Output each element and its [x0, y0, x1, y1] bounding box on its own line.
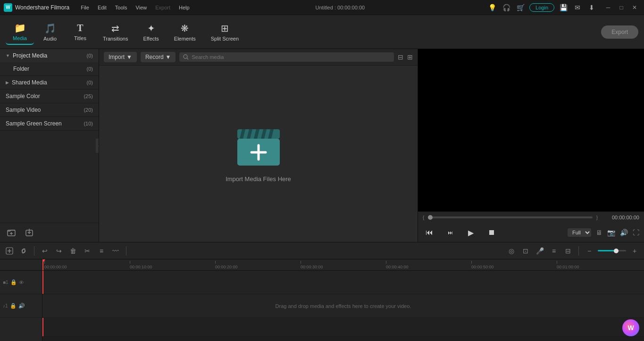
toolbar-item-audio[interactable]: 🎵 Audio: [36, 20, 64, 44]
sample-video-count: (20): [84, 107, 93, 113]
adjust-button[interactable]: ≡: [96, 245, 107, 257]
sidebar-section-sample-green: Sample Green Screen (10): [0, 117, 99, 131]
sidebar-item-sample-green-screen[interactable]: Sample Green Screen (10): [0, 117, 99, 130]
import-button[interactable]: Import ▼: [104, 52, 137, 62]
menu-help[interactable]: Help: [175, 3, 193, 12]
login-button[interactable]: Login: [529, 3, 554, 12]
ruler-playhead-triangle: [42, 259, 45, 263]
step-back-button[interactable]: ⏭: [443, 226, 457, 239]
add-track-button[interactable]: [4, 245, 15, 257]
zoom-out-button[interactable]: −: [584, 245, 595, 257]
track-playhead-line-audio1: [42, 318, 43, 336]
maximize-button[interactable]: □: [616, 2, 627, 13]
play-button[interactable]: ▶: [464, 226, 477, 239]
toolbar-item-elements[interactable]: ❋ Elements: [167, 20, 202, 44]
crop-button[interactable]: ⊡: [520, 245, 531, 257]
mail-icon[interactable]: ✉: [572, 2, 583, 13]
audio-wave-button[interactable]: 〰: [110, 245, 121, 257]
minimize-button[interactable]: ─: [602, 2, 614, 13]
import-label: Import: [109, 54, 125, 60]
export-button[interactable]: Export: [601, 25, 638, 39]
timeline: ↩ ↪ 🗑 ✂ ≡ 〰 ◎ ⊡ 🎤 ≡ ⊟ − + ■1 🔒 👁: [0, 242, 644, 341]
save-icon[interactable]: 💾: [558, 2, 569, 13]
volume-icon[interactable]: 🔊: [620, 229, 628, 236]
effects-icon: ✦: [147, 23, 155, 34]
quality-selector[interactable]: Full 1/2 1/4: [568, 228, 591, 237]
import-button-sidebar[interactable]: [23, 226, 36, 239]
audio-lock-icon[interactable]: 🔒: [10, 303, 17, 309]
main-toolbar: 📁 Media 🎵 Audio T Titles ⇄ Transitions ✦…: [0, 15, 644, 49]
cut-button[interactable]: ✂: [82, 245, 93, 257]
titles-icon: T: [77, 23, 83, 33]
media-icon: 📁: [14, 22, 26, 33]
cart-icon[interactable]: 🛒: [515, 2, 526, 13]
monitor-icon[interactable]: 🖥: [596, 229, 602, 236]
zoom-in-button[interactable]: +: [629, 245, 640, 257]
skip-back-button[interactable]: ⏮: [423, 226, 436, 239]
sidebar-item-sample-color[interactable]: Sample Color (25): [0, 90, 99, 103]
audio-mute-icon[interactable]: 🔊: [18, 303, 25, 309]
bulb-icon[interactable]: 💡: [487, 2, 497, 13]
toolbar-item-transitions[interactable]: ⇄ Transitions: [96, 20, 134, 44]
undo-button[interactable]: ↩: [39, 245, 50, 257]
app-logo-icon: W: [4, 3, 12, 12]
new-folder-button[interactable]: [5, 226, 18, 239]
snapshot-icon[interactable]: 📷: [607, 229, 615, 236]
motion-button[interactable]: ◎: [506, 245, 517, 257]
menu-tools[interactable]: Tools: [111, 3, 131, 12]
sidebar-item-project-media[interactable]: ▼ Project Media (0): [0, 49, 99, 62]
toolbar-media-label: Media: [13, 35, 27, 41]
zoom-slider[interactable]: [598, 250, 626, 251]
link-button[interactable]: [18, 245, 29, 257]
close-button[interactable]: ✕: [629, 2, 640, 13]
toolbar-item-split-screen[interactable]: ⊞ Split Screen: [204, 20, 245, 44]
toolbar-item-effects[interactable]: ✦ Effects: [136, 20, 165, 44]
download-icon[interactable]: ⬇: [586, 2, 597, 13]
menu-edit[interactable]: Edit: [94, 3, 110, 12]
redo-button[interactable]: ↪: [53, 245, 65, 257]
sidebar-item-shared-media[interactable]: ▶ Shared Media (0): [0, 76, 99, 89]
fullscreen-icon[interactable]: ⛶: [633, 229, 639, 236]
drop-zone[interactable]: Import Media Files Here: [99, 66, 418, 242]
sidebar-item-folder[interactable]: Folder (0): [0, 62, 99, 75]
chevron-down-icon: ▼: [6, 53, 10, 58]
chevron-right-icon: ▶: [6, 80, 9, 85]
menu-file[interactable]: File: [77, 3, 93, 12]
ruler-mark-4: 00:00:40:00: [386, 261, 471, 269]
track-lock-icon[interactable]: 🔒: [10, 279, 17, 285]
toolbar-separator-2: [126, 246, 126, 256]
toolbar-item-media[interactable]: 📁 Media: [6, 19, 34, 45]
sidebar-item-sample-video[interactable]: Sample Video (20): [0, 103, 99, 116]
record-dropdown-icon: ▼: [166, 54, 171, 60]
delete-button[interactable]: 🗑: [67, 245, 79, 257]
watermark-logo: W: [622, 319, 639, 336]
voiceover-button[interactable]: 🎤: [534, 245, 545, 257]
preview-timecode: 00:00:00:00: [602, 215, 639, 220]
stabilize-button[interactable]: ⊟: [562, 245, 574, 257]
window-controls: ─ □ ✕: [602, 2, 640, 13]
drop-hint-text: Drag and drop media and effects here to …: [276, 303, 411, 309]
record-button[interactable]: Record ▼: [141, 52, 176, 62]
link-icon: [20, 247, 27, 255]
add-track-icon: [6, 247, 13, 255]
filter-icon[interactable]: ⊟: [398, 53, 403, 61]
track-visibility-icon[interactable]: 👁: [19, 280, 24, 285]
search-input[interactable]: [192, 54, 390, 60]
headset-icon[interactable]: 🎧: [501, 2, 511, 13]
toolbar-item-titles[interactable]: T Titles: [66, 20, 94, 44]
preview-progress-thumb[interactable]: [428, 215, 433, 220]
grid-view-icon[interactable]: ⊞: [407, 53, 413, 61]
track-lane-drop-hint[interactable]: Drag and drop media and effects here to …: [42, 294, 644, 318]
preview-progress-track[interactable]: [428, 216, 592, 218]
titlebar: W Wondershare Filmora File Edit Tools Vi…: [0, 0, 644, 15]
ruler-marks: 00:00:00:00 00:00:10:00 00:00:20:00 00:0…: [42, 261, 644, 269]
subtitle-button[interactable]: ≡: [548, 245, 560, 257]
title-actions: 💡 🎧 🛒 Login 💾 ✉ ⬇: [487, 2, 597, 13]
menu-export[interactable]: Export: [151, 3, 174, 12]
sidebar-bottom: [0, 223, 99, 242]
stop-button[interactable]: ⏹: [485, 226, 498, 239]
split-screen-icon: ⊞: [221, 23, 229, 34]
menu-view[interactable]: View: [132, 3, 151, 12]
track-num-audio1: ♪1: [3, 303, 8, 308]
sidebar-collapse-button[interactable]: ◀: [96, 139, 99, 153]
